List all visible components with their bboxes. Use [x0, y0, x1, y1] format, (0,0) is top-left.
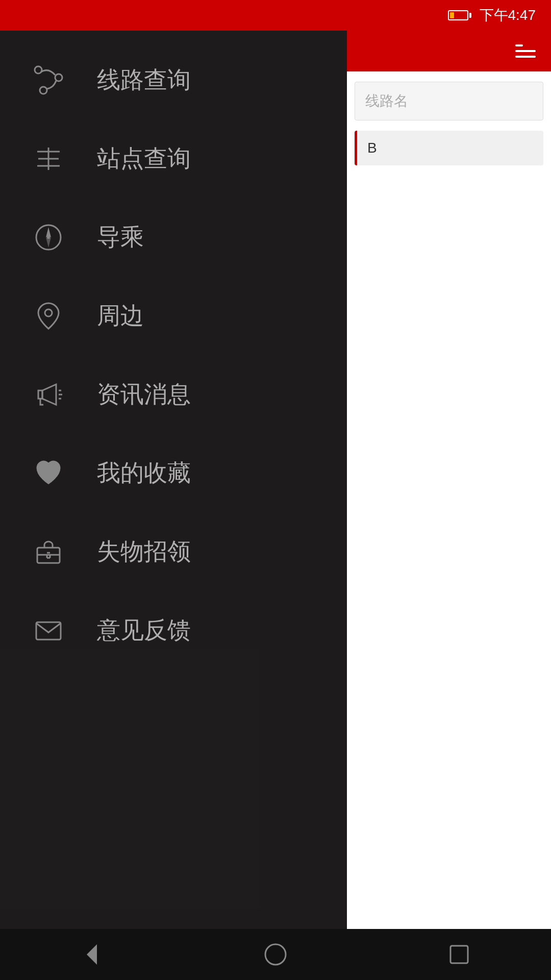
drawer-overlay: 线路查询 站点查询 — [0, 0, 347, 980]
drawer-menu: 线路查询 站点查询 — [0, 0, 347, 927]
svg-point-10 — [47, 236, 50, 239]
battery-icon — [448, 10, 471, 20]
status-time: 下午4:47 — [480, 6, 536, 25]
station-query-label: 站点查询 — [97, 143, 191, 175]
svg-point-2 — [40, 87, 47, 94]
menu-button[interactable] — [515, 44, 536, 58]
home-button[interactable] — [255, 934, 296, 975]
recent-button[interactable] — [439, 934, 480, 975]
route-query-label: 线路查询 — [97, 64, 191, 96]
svg-point-23 — [265, 944, 286, 965]
sidebar-item-news[interactable]: 资讯消息 — [31, 355, 347, 434]
station-icon — [31, 141, 66, 177]
nav-bar — [0, 929, 551, 980]
navigation-label: 导乘 — [97, 222, 144, 253]
route-button[interactable]: B — [355, 131, 543, 165]
favorites-label: 我的收藏 — [97, 457, 191, 489]
svg-rect-24 — [450, 946, 468, 963]
svg-marker-22 — [87, 944, 97, 965]
route-icon — [31, 62, 66, 98]
heart-icon — [31, 455, 66, 491]
feedback-label: 意见反馈 — [97, 615, 191, 646]
sidebar-item-lost-found[interactable]: 失物招领 — [31, 512, 347, 591]
main-panel: 线路名 B — [347, 0, 551, 980]
news-label: 资讯消息 — [97, 379, 191, 410]
sidebar-item-station-query[interactable]: 站点查询 — [31, 119, 347, 198]
compass-icon — [31, 219, 66, 255]
sidebar-item-feedback[interactable]: 意见反馈 — [31, 591, 347, 670]
svg-point-0 — [35, 66, 42, 74]
lost-found-label: 失物招领 — [97, 536, 191, 568]
sidebar-item-favorites[interactable]: 我的收藏 — [31, 434, 347, 512]
briefcase-icon — [31, 534, 66, 570]
location-icon — [31, 298, 66, 334]
sidebar-item-navigation[interactable]: 导乘 — [31, 198, 347, 277]
back-button[interactable] — [71, 934, 112, 975]
sidebar-item-route-query[interactable]: 线路查询 — [31, 41, 347, 119]
svg-point-11 — [45, 309, 52, 316]
mail-icon — [31, 612, 66, 648]
status-bar: 下午4:47 — [0, 0, 551, 31]
search-input[interactable]: 线路名 — [355, 82, 543, 120]
svg-point-1 — [55, 74, 62, 81]
nearby-label: 周边 — [97, 300, 144, 332]
megaphone-icon — [31, 377, 66, 412]
sidebar-item-nearby[interactable]: 周边 — [31, 277, 347, 355]
svg-rect-21 — [36, 622, 61, 640]
